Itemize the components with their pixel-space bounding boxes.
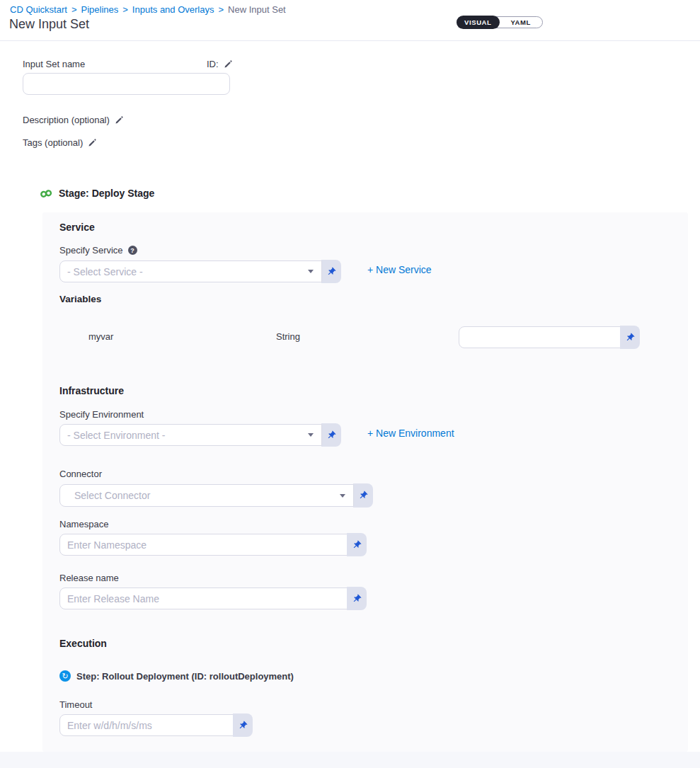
execution-heading: Execution (59, 638, 107, 649)
breadcrumb-separator: > (218, 4, 224, 15)
step-rollout-deployment-header: ↻ Step: Rollout Deployment (ID: rolloutD… (59, 670, 294, 682)
edit-description-icon[interactable] (115, 115, 124, 125)
pin-runtime-input-button[interactable] (347, 587, 367, 610)
pin-runtime-input-button[interactable] (620, 326, 640, 349)
new-input-set-page: CD Quickstart>Pipelines>Inputs and Overl… (0, 0, 700, 768)
release-name-label: Release name (59, 573, 119, 583)
variable-value-field[interactable] (459, 326, 621, 348)
bottom-strip (0, 752, 700, 768)
pin-runtime-input-button[interactable] (321, 260, 341, 283)
description-label: Description (optional) (23, 115, 110, 125)
edit-tags-icon[interactable] (88, 138, 97, 147)
page-title: New Input Set (9, 17, 89, 32)
release-name-field[interactable] (59, 588, 348, 609)
tab-yaml[interactable]: YAML (500, 16, 543, 28)
tags-group: Tags (optional) (23, 137, 97, 148)
stage-label: Stage: Deploy Stage (59, 188, 154, 199)
variables-heading: Variables (59, 294, 101, 304)
id-label: ID: (207, 59, 219, 69)
id-field-group: ID: (207, 59, 233, 69)
new-environment-link[interactable]: + New Environment (367, 428, 454, 439)
description-group: Description (optional) (23, 115, 124, 125)
pin-runtime-input-button[interactable] (233, 713, 253, 737)
breadcrumb-pipelines[interactable]: Pipelines (81, 4, 119, 15)
pin-runtime-input-button[interactable] (353, 483, 373, 508)
link-icon (39, 187, 54, 200)
specify-environment-label: Specify Environment (59, 409, 144, 420)
header-divider (0, 40, 700, 41)
select-environment-dropdown[interactable] (59, 424, 322, 446)
breadcrumb-cd-quickstart[interactable]: CD Quickstart (10, 4, 67, 15)
select-connector-input[interactable] (59, 484, 354, 507)
stage-form-panel: Service Specify Service ? + New Service … (42, 212, 688, 752)
new-service-link[interactable]: + New Service (367, 264, 432, 275)
select-service-input[interactable] (59, 260, 322, 282)
breadcrumb-separator: > (122, 4, 128, 15)
visual-yaml-toggle: VISUAL YAML (457, 16, 543, 28)
pin-runtime-input-button[interactable] (347, 533, 367, 556)
rollout-deployment-icon: ↻ (59, 670, 71, 682)
timeout-label: Timeout (59, 699, 92, 710)
connector-label: Connector (59, 469, 102, 479)
select-environment-input[interactable] (59, 424, 322, 446)
input-set-name-field[interactable] (23, 73, 230, 95)
namespace-label: Namespace (59, 519, 108, 529)
breadcrumb-inputs-overlays[interactable]: Inputs and Overlays (132, 4, 214, 15)
service-heading: Service (59, 222, 95, 233)
select-connector-dropdown[interactable] (59, 484, 354, 507)
specify-service-group: Specify Service ? (59, 245, 137, 256)
input-set-name-label: Input Set name (23, 59, 85, 69)
step-label: Step: Rollout Deployment (ID: rolloutDep… (76, 671, 294, 682)
breadcrumb-separator: > (71, 4, 77, 15)
stage-deploy-stage-header[interactable]: Stage: Deploy Stage (40, 188, 154, 199)
variable-name: myvar (88, 331, 113, 342)
pin-runtime-input-button[interactable] (321, 423, 341, 447)
specify-service-label: Specify Service (59, 245, 123, 256)
infrastructure-heading: Infrastructure (59, 385, 124, 396)
variable-type: String (276, 331, 300, 342)
namespace-field[interactable] (59, 534, 348, 556)
breadcrumb: CD Quickstart>Pipelines>Inputs and Overl… (10, 4, 286, 15)
timeout-field[interactable] (59, 714, 234, 736)
tab-visual[interactable]: VISUAL (457, 16, 500, 29)
help-icon[interactable]: ? (128, 246, 137, 255)
edit-id-icon[interactable] (224, 59, 233, 69)
tags-label: Tags (optional) (23, 137, 83, 148)
select-service-dropdown[interactable] (59, 260, 322, 282)
breadcrumb-current: New Input Set (228, 4, 286, 15)
